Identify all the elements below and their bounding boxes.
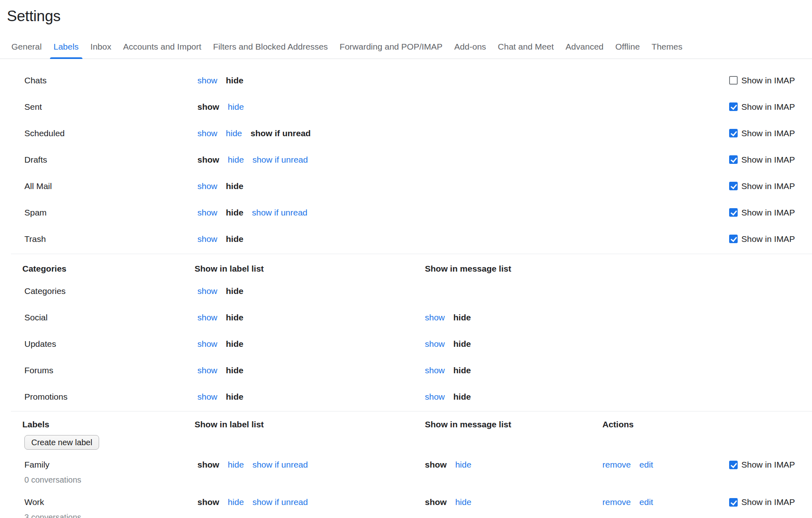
show-option: show — [425, 457, 447, 472]
hide-option[interactable]: hide — [455, 457, 472, 472]
column-header-actions: Actions — [602, 420, 729, 429]
show-in-imap-checkbox[interactable] — [729, 182, 738, 190]
label-name: Drafts — [24, 155, 197, 165]
show-in-imap-checkbox[interactable] — [729, 498, 738, 507]
labels-header-row: Labels Show in label list Show in messag… — [0, 416, 812, 433]
show-in-imap-label: Show in IMAP — [741, 494, 795, 510]
column-header-show-in-message-list: Show in message list — [425, 264, 602, 274]
tab-forwarding-and-pop-imap[interactable]: Forwarding and POP/IMAP — [340, 42, 442, 59]
hide-option[interactable]: hide — [455, 494, 472, 510]
show-in-imap-checkbox[interactable] — [729, 102, 738, 111]
show-in-imap-checkbox[interactable] — [729, 155, 738, 164]
label-name: Sent — [24, 102, 197, 112]
hide-option[interactable]: hide — [226, 128, 242, 138]
table-row-sent: Sent show hide Show in IMAP — [0, 94, 812, 120]
show-in-imap-checkbox[interactable] — [729, 76, 738, 85]
show-option[interactable]: show — [197, 366, 217, 375]
hide-option[interactable]: hide — [228, 494, 244, 510]
show-in-imap-label: Show in IMAP — [741, 102, 795, 112]
show-option[interactable]: show — [197, 128, 217, 138]
hide-option: hide — [226, 286, 243, 296]
show-if-unread-option[interactable]: show if unread — [252, 155, 308, 165]
show-option[interactable]: show — [197, 76, 217, 85]
show-if-unread-option: show if unread — [251, 128, 311, 138]
create-new-label-button[interactable]: Create new label — [24, 435, 99, 450]
table-row-forums: Forums show hide show hide — [0, 357, 812, 383]
show-in-imap-label: Show in IMAP — [741, 76, 795, 85]
label-name: Work — [24, 494, 197, 510]
table-row-work: Work 3 conversations show hide show if u… — [0, 490, 812, 518]
show-option: show — [197, 155, 219, 165]
hide-option: hide — [453, 392, 471, 402]
show-option: show — [425, 494, 447, 510]
tab-chat-and-meet[interactable]: Chat and Meet — [498, 42, 554, 59]
hide-option: hide — [226, 208, 243, 218]
show-in-imap-checkbox[interactable] — [729, 461, 738, 469]
tab-add-ons[interactable]: Add-ons — [454, 42, 486, 59]
tab-general[interactable]: General — [11, 42, 42, 59]
show-option: show — [197, 457, 219, 472]
table-row-chats: Chats show hide Show in IMAP — [0, 67, 812, 94]
show-option[interactable]: show — [197, 286, 217, 296]
show-in-imap-label: Show in IMAP — [741, 128, 795, 138]
hide-option: hide — [226, 366, 243, 375]
show-option[interactable]: show — [425, 313, 445, 322]
user-labels-section: Labels Show in label list Show in messag… — [0, 411, 812, 518]
tab-offline[interactable]: Offline — [615, 42, 640, 59]
label-name: Family — [24, 457, 197, 472]
show-if-unread-option[interactable]: show if unread — [252, 494, 308, 510]
tab-advanced[interactable]: Advanced — [565, 42, 603, 59]
hide-option[interactable]: hide — [228, 102, 244, 112]
table-row-family: Family 0 conversations show hide show if… — [0, 452, 812, 490]
show-option[interactable]: show — [425, 366, 445, 375]
show-option[interactable]: show — [425, 392, 445, 402]
show-option[interactable]: show — [425, 339, 445, 349]
hide-option: hide — [226, 392, 243, 402]
tab-inbox[interactable]: Inbox — [91, 42, 111, 59]
show-option: show — [197, 102, 219, 112]
show-option[interactable]: show — [197, 208, 217, 218]
table-row-promotions: Promotions show hide show hide — [0, 383, 812, 410]
show-if-unread-option[interactable]: show if unread — [252, 457, 308, 472]
show-option[interactable]: show — [197, 313, 217, 322]
table-row-social: Social show hide show hide — [0, 304, 812, 331]
edit-action[interactable]: edit — [639, 494, 653, 510]
hide-option: hide — [226, 313, 243, 322]
show-option[interactable]: show — [197, 392, 217, 402]
label-name: Chats — [24, 76, 197, 85]
show-option[interactable]: show — [197, 339, 217, 349]
table-row-all-mail: All Mail show hide Show in IMAP — [0, 173, 812, 199]
label-name: All Mail — [24, 181, 197, 191]
edit-action[interactable]: edit — [639, 457, 653, 472]
tab-accounts-and-import[interactable]: Accounts and Import — [123, 42, 201, 59]
categories-section: Categories Show in label list Show in me… — [0, 254, 812, 410]
label-name: Scheduled — [24, 128, 197, 138]
show-in-imap-checkbox[interactable] — [729, 235, 738, 243]
remove-action[interactable]: remove — [602, 457, 631, 472]
show-option[interactable]: show — [197, 234, 217, 244]
remove-action[interactable]: remove — [602, 494, 631, 510]
hide-option: hide — [226, 339, 243, 349]
show-in-imap-checkbox[interactable] — [729, 129, 738, 137]
show-in-imap-label: Show in IMAP — [741, 234, 795, 244]
hide-option[interactable]: hide — [228, 457, 244, 472]
label-name: Categories — [24, 286, 197, 296]
section-title-labels: Labels — [22, 420, 197, 429]
show-in-imap-checkbox[interactable] — [729, 208, 738, 217]
hide-option[interactable]: hide — [228, 155, 244, 165]
show-in-imap-label: Show in IMAP — [741, 457, 795, 472]
show-in-imap-label: Show in IMAP — [741, 208, 795, 218]
table-row-scheduled: Scheduled show hide show if unread Show … — [0, 120, 812, 146]
label-name: Promotions — [24, 392, 197, 402]
system-labels-section: Chats show hide Show in IMAP Sent show h… — [0, 59, 812, 252]
tab-themes[interactable]: Themes — [652, 42, 682, 59]
show-if-unread-option[interactable]: show if unread — [252, 208, 307, 218]
hide-option: hide — [453, 313, 471, 322]
show-option[interactable]: show — [197, 181, 217, 191]
section-title-categories: Categories — [22, 264, 197, 274]
tab-labels[interactable]: Labels — [54, 42, 79, 59]
show-option: show — [197, 494, 219, 510]
label-name: Trash — [24, 234, 197, 244]
column-header-show-in-label-list: Show in label list — [195, 420, 425, 429]
tab-filters-and-blocked-addresses[interactable]: Filters and Blocked Addresses — [213, 42, 328, 59]
